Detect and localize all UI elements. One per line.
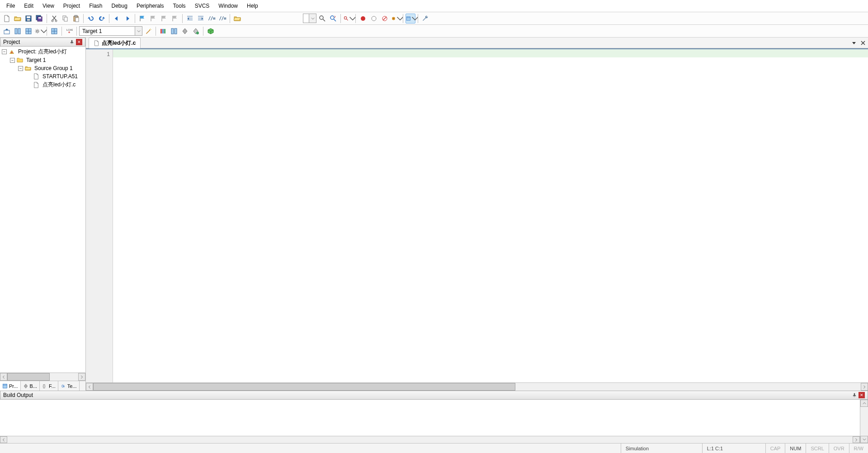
- menu-debug[interactable]: Debug: [107, 1, 132, 11]
- file-extensions-button[interactable]: [158, 26, 168, 36]
- stop-build-button[interactable]: [49, 26, 59, 36]
- editor-hscroll[interactable]: [86, 382, 868, 391]
- breakpoint-insert-button[interactable]: [358, 14, 368, 24]
- pin-button[interactable]: [851, 392, 858, 398]
- nav-forward-button[interactable]: [123, 14, 132, 24]
- editor-tab[interactable]: 点亮led小灯.c: [89, 38, 141, 48]
- redo-button[interactable]: [97, 14, 107, 24]
- debug-start-button[interactable]: [343, 14, 353, 24]
- breakpoint-disable-button[interactable]: [380, 14, 390, 24]
- tab-functions[interactable]: F...: [40, 381, 58, 391]
- bookmark-next-button[interactable]: [159, 14, 169, 24]
- chevron-down-icon: [135, 27, 142, 35]
- paste-button[interactable]: [71, 14, 81, 24]
- configure-button[interactable]: [420, 14, 430, 24]
- comment-block-button[interactable]: //≡: [217, 14, 227, 24]
- window-layout-button[interactable]: [406, 14, 415, 24]
- window-close-button[interactable]: [859, 39, 867, 47]
- find-combo[interactable]: [303, 14, 316, 23]
- tree-file[interactable]: 点亮led小灯.c: [0, 80, 85, 89]
- scroll-thumb[interactable]: [93, 383, 515, 391]
- scroll-left-button[interactable]: [0, 436, 7, 443]
- project-tree[interactable]: − Project: 点亮led小灯 − Target 1 − Source G…: [0, 47, 85, 373]
- scroll-track[interactable]: [7, 373, 78, 381]
- target-options-button[interactable]: [143, 26, 153, 36]
- tree-file[interactable]: STARTUP.A51: [0, 72, 85, 80]
- batch-build-button[interactable]: [34, 26, 44, 36]
- menu-svcs[interactable]: SVCS: [190, 1, 214, 11]
- bookmark-prev-button[interactable]: [148, 14, 158, 24]
- project-hscroll[interactable]: [0, 373, 85, 381]
- manage-rte-button[interactable]: [191, 26, 201, 36]
- menu-help[interactable]: Help: [242, 1, 263, 11]
- line-number: 1: [86, 50, 110, 58]
- collapse-icon[interactable]: −: [2, 49, 7, 54]
- tab-project[interactable]: Pr...: [0, 381, 21, 391]
- tree-source-group[interactable]: − Source Group 1: [0, 64, 85, 72]
- menu-flash[interactable]: Flash: [85, 1, 107, 11]
- comment-toggle-button[interactable]: //≡: [207, 14, 217, 24]
- build-hscroll[interactable]: [0, 436, 860, 443]
- tab-templates[interactable]: Te...: [58, 381, 80, 391]
- build-button[interactable]: [13, 26, 23, 36]
- rebuild-button[interactable]: [24, 26, 33, 36]
- target-select[interactable]: Target 1: [79, 26, 142, 36]
- scroll-down-button[interactable]: [860, 436, 868, 443]
- collapse-icon[interactable]: −: [18, 66, 23, 71]
- scroll-left-button[interactable]: [0, 373, 7, 381]
- code-editor[interactable]: [113, 49, 868, 382]
- save-button[interactable]: [24, 14, 33, 24]
- close-button[interactable]: ✕: [76, 39, 82, 45]
- pack-installer-button[interactable]: [206, 26, 216, 36]
- status-mode: Simulation: [621, 444, 702, 453]
- zero-icon: [61, 383, 66, 389]
- translate-button[interactable]: [2, 26, 12, 36]
- menu-peripherals[interactable]: Peripherals: [132, 1, 169, 11]
- scroll-right-button[interactable]: [853, 436, 860, 443]
- menu-window[interactable]: Window: [214, 1, 242, 11]
- undo-button[interactable]: [86, 14, 96, 24]
- find-in-files-button[interactable]: [317, 14, 327, 24]
- bookmark-clear-button[interactable]: [170, 14, 180, 24]
- manage-books-button[interactable]: [169, 26, 179, 36]
- tree-project-root[interactable]: − Project: 点亮led小灯: [0, 47, 85, 56]
- close-button[interactable]: ✕: [859, 392, 865, 398]
- build-output-text[interactable]: [0, 400, 860, 436]
- menu-project[interactable]: Project: [59, 1, 85, 11]
- menu-edit[interactable]: Edit: [19, 1, 38, 11]
- scroll-up-button[interactable]: [860, 400, 868, 407]
- open-file-button[interactable]: [13, 14, 23, 24]
- menu-view[interactable]: View: [38, 1, 59, 11]
- collapse-icon[interactable]: −: [10, 58, 15, 63]
- menu-file[interactable]: File: [2, 1, 19, 11]
- new-file-button[interactable]: [2, 14, 12, 24]
- breakpoint-enable-button[interactable]: [369, 14, 379, 24]
- scroll-right-button[interactable]: [861, 383, 868, 391]
- scroll-track[interactable]: [93, 383, 861, 391]
- chevron-down-icon: [411, 15, 415, 22]
- tree-target[interactable]: − Target 1: [0, 56, 85, 64]
- indent-right-button[interactable]: [196, 14, 206, 24]
- scroll-track[interactable]: [860, 407, 868, 436]
- scroll-left-button[interactable]: [86, 383, 93, 391]
- menu-tools[interactable]: Tools: [169, 1, 190, 11]
- nav-back-button[interactable]: [112, 14, 122, 24]
- indent-left-button[interactable]: [185, 14, 195, 24]
- manage-components-button[interactable]: [180, 26, 190, 36]
- open-folder-button[interactable]: [232, 14, 242, 24]
- cut-button[interactable]: [49, 14, 59, 24]
- window-menu-button[interactable]: [850, 39, 858, 47]
- menu-bar: File Edit View Project Flash Debug Perip…: [0, 0, 868, 12]
- build-vscroll[interactable]: [860, 400, 868, 443]
- breakpoint-kill-button[interactable]: [391, 14, 401, 24]
- bookmark-toggle-button[interactable]: [137, 14, 147, 24]
- scroll-right-button[interactable]: [78, 373, 85, 381]
- pin-button[interactable]: [69, 39, 75, 45]
- scroll-track[interactable]: [7, 436, 853, 443]
- save-all-button[interactable]: [34, 14, 44, 24]
- download-button[interactable]: [64, 26, 74, 36]
- scroll-thumb[interactable]: [7, 373, 50, 381]
- tab-books[interactable]: B...: [21, 381, 40, 391]
- copy-button[interactable]: [60, 14, 70, 24]
- incremental-search-button[interactable]: [328, 14, 338, 24]
